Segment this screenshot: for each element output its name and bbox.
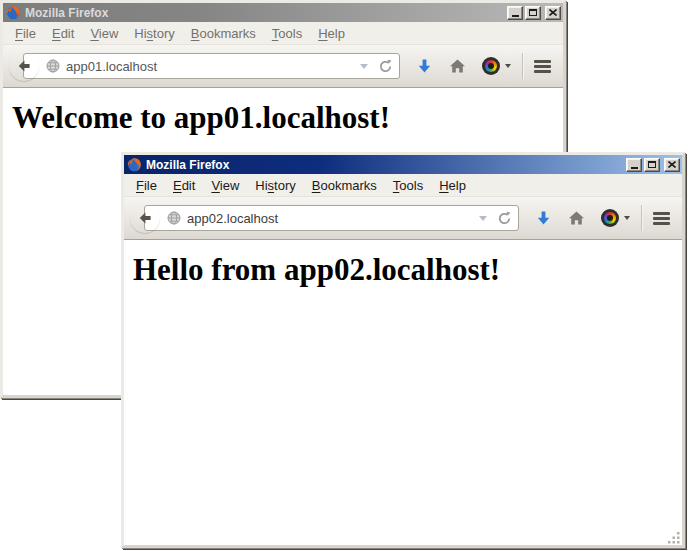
site-globe-icon: [46, 59, 60, 73]
resize-grip[interactable]: [668, 531, 681, 544]
minimize-icon: [631, 167, 638, 169]
url-text[interactable]: app01.localhost: [66, 59, 354, 74]
color-wheel-icon: [482, 57, 500, 75]
toolbar-separator: [641, 205, 642, 231]
download-arrow-icon: [416, 58, 433, 75]
window-title: Mozilla Firefox: [146, 158, 622, 172]
menu-item-edit[interactable]: Edit: [165, 176, 203, 195]
site-globe-icon: [167, 211, 181, 225]
reload-icon: [378, 59, 393, 74]
download-arrow-icon: [535, 210, 552, 227]
home-icon: [568, 210, 585, 226]
menu-item-edit[interactable]: Edit: [44, 24, 82, 43]
menubar: File Edit View History Bookmarks Tools H…: [124, 174, 682, 197]
back-arrow-icon: [137, 210, 153, 226]
open-menu-button[interactable]: [534, 60, 551, 73]
menu-item-help[interactable]: Help: [310, 24, 353, 43]
chevron-down-icon: [624, 216, 630, 220]
maximize-button[interactable]: [525, 6, 541, 20]
home-button[interactable]: [568, 210, 585, 226]
url-bar[interactable]: app01.localhost: [23, 53, 400, 79]
maximize-icon: [648, 161, 656, 168]
addon-color-wheel-button[interactable]: [482, 57, 511, 75]
menu-item-bookmarks[interactable]: Bookmarks: [304, 176, 385, 195]
desktop: { "windows": [ { "title": "Mozilla Firef…: [0, 0, 688, 551]
reload-button[interactable]: [378, 59, 393, 74]
urlbar-dropdown-icon[interactable]: [360, 64, 368, 69]
maximize-button[interactable]: [644, 158, 660, 172]
navigation-toolbar: app01.localhost: [3, 45, 563, 88]
menu-item-tools[interactable]: Tools: [264, 24, 310, 43]
addon-color-wheel-button[interactable]: [601, 209, 630, 227]
minimize-button[interactable]: [507, 6, 523, 20]
menubar: File Edit View History Bookmarks Tools H…: [3, 22, 563, 45]
firefox-icon: [127, 157, 142, 172]
page-heading: Welcome to app01.localhost!: [12, 100, 563, 136]
open-menu-button[interactable]: [653, 212, 670, 225]
url-text[interactable]: app02.localhost: [187, 211, 473, 226]
menu-item-history[interactable]: History: [126, 24, 182, 43]
color-wheel-icon: [601, 209, 619, 227]
reload-icon: [497, 211, 512, 226]
back-button[interactable]: [130, 203, 160, 233]
page-content: Hello from app02.localhost!: [124, 240, 682, 545]
minimize-button[interactable]: [626, 158, 642, 172]
hamburger-icon: [534, 60, 551, 63]
back-arrow-icon: [16, 58, 32, 74]
menu-item-view[interactable]: View: [82, 24, 126, 43]
download-button[interactable]: [535, 210, 552, 227]
home-button[interactable]: [449, 58, 466, 74]
close-icon: [668, 161, 676, 168]
toolbar-separator: [522, 53, 523, 79]
close-icon: [549, 9, 557, 16]
urlbar-dropdown-icon[interactable]: [479, 216, 487, 221]
menu-item-tools[interactable]: Tools: [385, 176, 431, 195]
navigation-toolbar: app02.localhost: [124, 197, 682, 240]
menu-item-file[interactable]: File: [128, 176, 165, 195]
close-button[interactable]: [545, 6, 561, 20]
window-controls: [626, 158, 680, 172]
page-heading: Hello from app02.localhost!: [133, 252, 682, 288]
menu-item-bookmarks[interactable]: Bookmarks: [183, 24, 264, 43]
firefox-icon: [6, 5, 21, 20]
window-controls: [507, 6, 561, 20]
titlebar[interactable]: Mozilla Firefox: [124, 155, 682, 174]
home-icon: [449, 58, 466, 74]
menu-item-file[interactable]: File: [7, 24, 44, 43]
hamburger-icon: [653, 212, 670, 215]
close-button[interactable]: [664, 158, 680, 172]
browser-window-app02: Mozilla Firefox File Edit View History B…: [121, 152, 685, 548]
download-button[interactable]: [416, 58, 433, 75]
maximize-icon: [529, 9, 537, 16]
menu-item-help[interactable]: Help: [431, 176, 474, 195]
reload-button[interactable]: [497, 211, 512, 226]
minimize-icon: [512, 15, 519, 17]
menu-item-view[interactable]: View: [203, 176, 247, 195]
back-button[interactable]: [9, 51, 39, 81]
titlebar[interactable]: Mozilla Firefox: [3, 3, 563, 22]
url-bar[interactable]: app02.localhost: [144, 205, 519, 231]
window-title: Mozilla Firefox: [25, 6, 503, 20]
menu-item-history[interactable]: History: [247, 176, 303, 195]
chevron-down-icon: [505, 64, 511, 68]
